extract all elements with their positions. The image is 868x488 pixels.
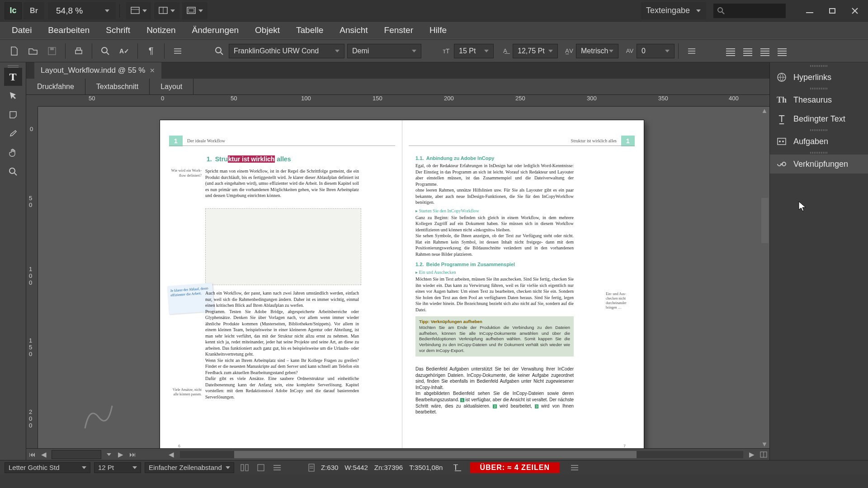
- right-column[interactable]: 1.1. Anbindung zu Adobe InCopy Egal, ob …: [415, 155, 574, 415]
- view-mode-tabs: Druckfahne Textabschnitt Layout: [26, 79, 769, 95]
- align-left-button[interactable]: [723, 44, 738, 58]
- search-input[interactable]: [713, 4, 786, 18]
- stats-icon[interactable]: [305, 462, 318, 473]
- window-close-button[interactable]: [844, 4, 865, 18]
- pilcrow-icon[interactable]: ¶: [142, 43, 160, 59]
- window-minimize-button[interactable]: [799, 4, 820, 18]
- links-icon: [776, 159, 787, 169]
- menu-hilfe[interactable]: Hilfe: [421, 21, 455, 39]
- direct-selection-tool[interactable]: [4, 87, 22, 105]
- panel-assignments[interactable]: Aufgaben: [770, 132, 868, 151]
- status-leading-dropdown[interactable]: Einfacher Zeilenabstand: [145, 462, 234, 473]
- open-icon[interactable]: [24, 43, 42, 59]
- status-size-dropdown[interactable]: 12 Pt: [94, 462, 141, 473]
- font-size-dropdown[interactable]: 15 Pt: [454, 44, 494, 58]
- status-menu-icon[interactable]: [568, 462, 581, 473]
- menu-objekt[interactable]: Objekt: [247, 21, 288, 39]
- menu-tabelle[interactable]: Tabelle: [288, 21, 331, 39]
- panel-links[interactable]: Verknüpfungen: [770, 155, 868, 174]
- horizontal-scrollbar-thumb[interactable]: [234, 451, 637, 458]
- document-tabstrip: Layout_Workflow.indd @ 55 % ✕: [26, 62, 769, 79]
- menu-schrift[interactable]: Schrift: [98, 21, 138, 39]
- heading-h2: 1.1. Anbindung zu Adobe InCopy: [415, 155, 574, 161]
- status-font-dropdown[interactable]: Letter Gothic Std: [5, 462, 90, 473]
- note-tool[interactable]: [4, 106, 22, 124]
- text-selection: ktur ist wirklich: [228, 155, 275, 163]
- find-icon[interactable]: [96, 43, 115, 59]
- text-frame-icon[interactable]: [254, 462, 268, 473]
- window-maximize-button[interactable]: [822, 4, 843, 18]
- menu-notizen[interactable]: Notizen: [138, 21, 184, 39]
- page-number-field[interactable]: [52, 450, 101, 459]
- last-page-button[interactable]: ⏭: [127, 450, 138, 460]
- panel-grip[interactable]: [770, 151, 868, 155]
- menu-ansicht[interactable]: Ansicht: [331, 21, 376, 39]
- panel-conditional-text[interactable]: T̲ Bedingter Text: [770, 109, 868, 128]
- tracking-dropdown[interactable]: 0: [637, 44, 675, 58]
- menu-bearbeiten[interactable]: Bearbeiten: [40, 21, 98, 39]
- page-dropdown-button[interactable]: [103, 450, 115, 460]
- first-page-button[interactable]: ⏮: [26, 450, 38, 460]
- leading-dropdown[interactable]: 12,75 Pt: [513, 44, 558, 58]
- body-text[interactable]: Spricht man von einem Workflow, ist in d…: [205, 168, 359, 199]
- heading-h1[interactable]: 1. Struktur ist wirklich alles: [207, 155, 291, 163]
- view-options-2[interactable]: [154, 2, 179, 19]
- panel-grip[interactable]: [770, 64, 868, 68]
- menu-fenster[interactable]: Fenster: [376, 21, 421, 39]
- new-doc-icon[interactable]: [5, 43, 24, 59]
- view-tab-druckfahne[interactable]: Druckfahne: [26, 79, 85, 94]
- view-tab-textabschnitt[interactable]: Textabschnitt: [85, 79, 150, 94]
- kerning-dropdown[interactable]: Metrisch: [576, 44, 618, 58]
- workspace-mode-dropdown[interactable]: Texteingabe: [641, 2, 706, 19]
- panel-menu-icon[interactable]: [168, 43, 187, 59]
- page-navigator: ⏮ ◀ ▶ ⏭ ◀ ▶: [26, 448, 769, 460]
- overset-warning[interactable]: ÜBER: ≈ 4 ZEILEN: [470, 462, 560, 473]
- save-icon[interactable]: [42, 43, 61, 59]
- align-justify-button[interactable]: [774, 44, 790, 58]
- para-menu-icon[interactable]: [682, 43, 701, 59]
- copyfit-icon[interactable]: T͟: [449, 462, 462, 473]
- status-sep-icon: [270, 462, 284, 473]
- spellcheck-icon[interactable]: A✓: [115, 43, 134, 59]
- next-page-button[interactable]: ▶: [115, 450, 127, 460]
- zoom-tool[interactable]: [4, 163, 22, 181]
- view-options-3[interactable]: [182, 2, 208, 19]
- align-right-button[interactable]: [757, 44, 773, 58]
- vertical-scrollbar-thumb[interactable]: [761, 198, 769, 243]
- menu-aenderungen[interactable]: Änderungen: [184, 21, 247, 39]
- eyedropper-tool[interactable]: [4, 125, 22, 143]
- horizontal-ruler[interactable]: 50 0 50 100 150 200 250 300 350 400: [38, 95, 769, 107]
- image-placeholder[interactable]: [205, 208, 361, 285]
- zoom-level-dropdown[interactable]: 54,8 %: [48, 2, 116, 19]
- document-tab[interactable]: Layout_Workflow.indd @ 55 % ✕: [34, 62, 161, 79]
- menu-datei[interactable]: Datei: [4, 21, 40, 39]
- panel-thesaurus[interactable]: Th Thesaurus: [770, 90, 868, 109]
- horizontal-scrollbar-track[interactable]: [180, 451, 743, 458]
- view-tab-layout[interactable]: Layout: [150, 79, 193, 94]
- split-view-button[interactable]: [758, 450, 769, 460]
- hscroll-right-button[interactable]: ▶: [746, 450, 758, 460]
- font-family-dropdown[interactable]: FranklinGothic URW Cond: [229, 44, 344, 58]
- scroll-down-button[interactable]: ▼: [760, 440, 769, 447]
- hscroll-left-button[interactable]: ◀: [165, 450, 177, 460]
- hand-tool[interactable]: [4, 144, 22, 162]
- panel-hyperlinks[interactable]: Hyperlinks: [770, 68, 868, 87]
- bridge-button[interactable]: Br: [24, 2, 44, 19]
- print-icon[interactable]: [69, 43, 88, 59]
- close-icon[interactable]: ✕: [150, 67, 155, 74]
- align-center-button[interactable]: [740, 44, 755, 58]
- type-tool[interactable]: T: [4, 68, 22, 86]
- view-options-1[interactable]: [126, 2, 151, 19]
- panel-grip[interactable]: [770, 87, 868, 90]
- columns-icon[interactable]: [238, 462, 251, 473]
- body-text[interactable]: Auch ein Workflow, der passt, kann nach …: [205, 290, 359, 400]
- font-style-dropdown[interactable]: Demi: [347, 44, 421, 58]
- svg-rect-29: [309, 464, 314, 471]
- panel-grip[interactable]: [770, 128, 868, 132]
- document-canvas[interactable]: 1 1 Der ideale Workflow Struktur ist wir…: [38, 107, 769, 448]
- prev-page-button[interactable]: ◀: [38, 450, 50, 460]
- char-format-icon[interactable]: [210, 43, 229, 59]
- vertical-ruler[interactable]: 0 5 0 1 0 0 1 5 0 2 0 0: [26, 107, 38, 448]
- scroll-up-button[interactable]: ▲: [760, 107, 769, 114]
- control-bar: A✓ ¶ FranklinGothic URW Cond Demi тT 15 …: [0, 39, 868, 62]
